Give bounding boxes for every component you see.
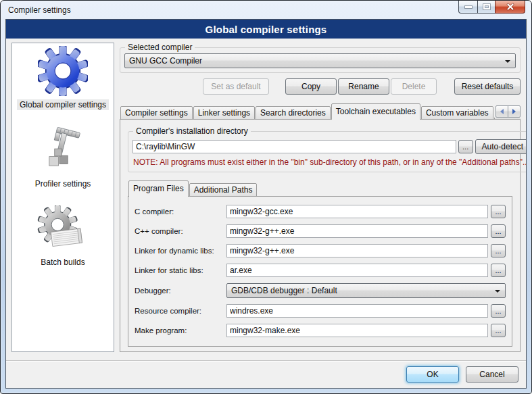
field-label: Linker for dynamic libs: [135, 247, 226, 255]
page-title: Global compiler settings [205, 24, 327, 35]
reset-defaults-button[interactable]: Reset defaults [454, 78, 521, 95]
maximize-button[interactable] [477, 1, 495, 14]
field-row-cpp-compiler: C++ compiler: ... [135, 224, 506, 238]
bin-subdirectory-note: NOTE: All programs must exist either in … [133, 157, 527, 167]
field-row-debugger: Debugger: GDB/CDB debugger : Default [135, 283, 506, 298]
program-files-panel: C compiler: ... C++ compiler: ... Linker… [128, 196, 512, 347]
browse-cpp-compiler-button[interactable]: ... [491, 224, 506, 238]
settings-tabbar: Compiler settings Linker settings Search… [120, 103, 521, 120]
rename-button[interactable]: Rename [338, 78, 389, 95]
static-linker-input[interactable] [226, 264, 488, 277]
tab-additional-paths[interactable]: Additional Paths [189, 183, 258, 197]
field-label: Resource compiler: [135, 307, 226, 315]
program-files-tabbar: Program Files Additional Paths [128, 180, 512, 197]
sidebar-item-label: Profiler settings [32, 178, 94, 189]
sidebar-item-profiler-settings[interactable]: Profiler settings [32, 126, 94, 189]
browse-dynamic-linker-button[interactable]: ... [491, 244, 506, 257]
field-row-resource-compiler: Resource compiler: ... [135, 304, 506, 318]
browse-static-linker-button[interactable]: ... [491, 264, 506, 277]
compiler-actions: Set as default Copy Rename Delete Reset … [120, 78, 521, 95]
tab-custom-variables[interactable]: Custom variables [421, 106, 493, 120]
field-label: C compiler: [135, 207, 226, 216]
compiler-select[interactable]: GNU GCC Compiler [124, 53, 516, 68]
window-title: Compiler settings [8, 5, 71, 15]
field-label: C++ compiler: [135, 227, 226, 235]
minimize-icon [465, 6, 472, 8]
maximize-icon [483, 4, 490, 9]
browse-directory-button[interactable]: ... [458, 140, 473, 153]
cpp-compiler-input[interactable] [226, 224, 488, 238]
debugger-select[interactable]: GDB/CDB debugger : Default [226, 283, 506, 298]
dynamic-linker-input[interactable] [226, 244, 488, 257]
close-icon [506, 3, 514, 11]
cancel-button[interactable]: Cancel [466, 366, 518, 383]
browse-resource-compiler-button[interactable]: ... [491, 304, 506, 318]
browse-make-program-button[interactable]: ... [491, 324, 506, 337]
installation-directory-group: Compiler's installation directory ... Au… [128, 126, 527, 172]
installation-directory-group-label: Compiler's installation directory [133, 126, 251, 136]
settings-sidebar: Global compiler settings [11, 43, 114, 352]
gear-stack-icon [37, 205, 89, 253]
sidebar-item-label: Batch builds [38, 257, 87, 268]
resource-compiler-input[interactable] [226, 304, 488, 318]
tab-search-directories[interactable]: Search directories [256, 106, 331, 120]
main-panel: Selected compiler GNU GCC Compiler Set a… [120, 43, 521, 352]
compiler-settings-window: Compiler settings Global compiler settin… [0, 0, 532, 394]
auto-detect-button[interactable]: Auto-detect [475, 139, 527, 154]
field-row-dynamic-linker: Linker for dynamic libs: ... [135, 244, 506, 257]
chevron-down-icon [505, 60, 510, 63]
minimize-button[interactable] [458, 1, 478, 14]
field-label: Linker for static libs: [135, 266, 226, 274]
sidebar-item-label: Global compiler settings [17, 99, 109, 110]
sidebar-item-global-compiler-settings[interactable]: Global compiler settings [17, 46, 109, 110]
tab-scroll-right-button[interactable] [508, 105, 521, 118]
copy-button[interactable]: Copy [285, 78, 337, 95]
ok-button[interactable]: OK [406, 366, 459, 383]
dialog-footer: OK Cancel [6, 360, 526, 388]
selected-compiler-group: Selected compiler GNU GCC Compiler [120, 43, 521, 73]
tab-scroll-arrows [494, 105, 521, 118]
make-program-input[interactable] [226, 324, 488, 337]
tab-toolchain-executables[interactable]: Toolchain executables [331, 103, 420, 120]
title-bar[interactable]: Compiler settings [1, 1, 531, 19]
toolchain-executables-panel: Compiler's installation directory ... Au… [120, 119, 521, 352]
debugger-select-value: GDB/CDB debugger : Default [231, 286, 337, 295]
blue-gear-icon [38, 46, 88, 96]
field-row-static-linker: Linker for static libs: ... [135, 264, 506, 277]
field-label: Debugger: [135, 287, 226, 295]
tab-scroll-left-button[interactable] [495, 105, 508, 118]
c-compiler-input[interactable] [226, 205, 488, 218]
sidebar-item-batch-builds[interactable]: Batch builds [37, 205, 89, 268]
arrow-left-icon [500, 109, 504, 114]
installation-directory-input[interactable] [132, 140, 456, 153]
caliper-icon [39, 126, 87, 175]
arrow-right-icon [512, 109, 516, 114]
set-as-default-button[interactable]: Set as default [203, 78, 269, 95]
selected-compiler-group-label: Selected compiler [125, 43, 195, 52]
chevron-down-icon [495, 290, 500, 293]
field-row-make-program: Make program: ... [135, 324, 506, 337]
tab-compiler-settings[interactable]: Compiler settings [120, 106, 193, 120]
dialog-content: Global compiler settings [6, 39, 526, 360]
dialog-client-area: Global compiler settings Global compiler… [5, 19, 527, 389]
installation-directory-row: ... Auto-detect [132, 139, 527, 154]
tab-program-files[interactable]: Program Files [128, 180, 189, 197]
field-label: Make program: [135, 326, 226, 335]
tab-linker-settings[interactable]: Linker settings [193, 106, 255, 120]
dialog-header: Global compiler settings [6, 20, 526, 39]
window-controls [459, 1, 525, 14]
close-button[interactable] [495, 1, 525, 14]
field-row-c-compiler: C compiler: ... [135, 205, 506, 218]
delete-button[interactable]: Delete [391, 78, 437, 95]
browse-c-compiler-button[interactable]: ... [491, 205, 506, 218]
compiler-select-value: GNU GCC Compiler [129, 56, 202, 66]
